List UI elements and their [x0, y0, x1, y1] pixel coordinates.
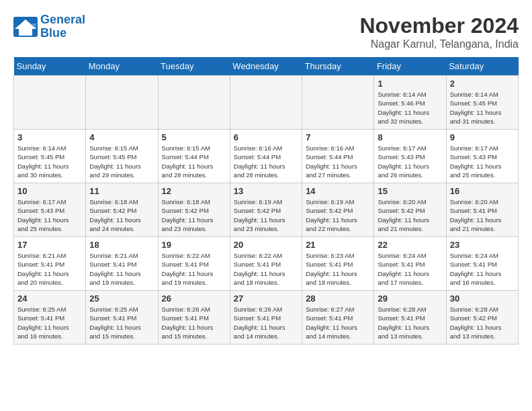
day-info: Sunrise: 6:18 AMSunset: 5:42 PMDaylight:… [89, 197, 154, 233]
day-number: 25 [89, 293, 154, 304]
day-cell [86, 76, 158, 130]
day-info: Sunrise: 6:17 AMSunset: 5:43 PMDaylight:… [378, 144, 442, 179]
logo-text: General Blue [40, 13, 85, 40]
day-number: 21 [306, 240, 370, 250]
title-block: November 2024 Nagar Karnul, Telangana, I… [359, 13, 519, 50]
day-cell: 23Sunrise: 6:24 AMSunset: 5:41 PMDayligh… [446, 237, 518, 291]
day-number: 9 [450, 132, 515, 142]
day-number: 15 [378, 186, 442, 196]
day-info: Sunrise: 6:17 AMSunset: 5:43 PMDaylight:… [450, 144, 515, 179]
weekday-header-wednesday: Wednesday [230, 57, 302, 76]
day-cell: 28Sunrise: 6:27 AMSunset: 5:41 PMDayligh… [302, 291, 374, 345]
logo-line1: General [40, 13, 85, 26]
day-info: Sunrise: 6:16 AMSunset: 5:44 PMDaylight:… [234, 144, 298, 179]
day-number: 14 [306, 186, 370, 196]
day-cell: 14Sunrise: 6:19 AMSunset: 5:42 PMDayligh… [302, 183, 374, 237]
week-row-2: 3Sunrise: 6:14 AMSunset: 5:45 PMDaylight… [14, 130, 519, 183]
day-cell: 5Sunrise: 6:15 AMSunset: 5:44 PMDaylight… [158, 130, 230, 183]
day-number: 6 [234, 132, 298, 142]
day-cell: 15Sunrise: 6:20 AMSunset: 5:42 PMDayligh… [374, 183, 446, 237]
day-number: 13 [234, 186, 298, 196]
day-info: Sunrise: 6:17 AMSunset: 5:43 PMDaylight:… [17, 197, 82, 233]
weekday-header-saturday: Saturday [446, 57, 518, 76]
day-cell: 8Sunrise: 6:17 AMSunset: 5:43 PMDaylight… [374, 130, 446, 183]
weekday-header-sunday: Sunday [14, 57, 86, 76]
day-cell: 9Sunrise: 6:17 AMSunset: 5:43 PMDaylight… [446, 130, 518, 183]
day-cell [14, 76, 86, 130]
weekday-header-tuesday: Tuesday [158, 57, 230, 76]
day-info: Sunrise: 6:19 AMSunset: 5:42 PMDaylight:… [306, 197, 370, 233]
week-row-3: 10Sunrise: 6:17 AMSunset: 5:43 PMDayligh… [14, 183, 519, 237]
day-info: Sunrise: 6:27 AMSunset: 5:41 PMDaylight:… [306, 305, 370, 340]
day-cell: 1Sunrise: 6:14 AMSunset: 5:46 PMDaylight… [374, 76, 446, 130]
day-number: 5 [162, 132, 226, 142]
day-cell: 16Sunrise: 6:20 AMSunset: 5:41 PMDayligh… [446, 183, 518, 237]
day-number: 2 [450, 79, 515, 89]
location-title: Nagar Karnul, Telangana, India [359, 38, 519, 50]
day-number: 3 [17, 132, 82, 142]
day-number: 20 [234, 240, 298, 250]
day-cell [158, 76, 230, 130]
day-number: 4 [89, 132, 154, 142]
day-info: Sunrise: 6:22 AMSunset: 5:41 PMDaylight:… [234, 251, 298, 287]
logo: General Blue [13, 13, 85, 40]
day-info: Sunrise: 6:24 AMSunset: 5:41 PMDaylight:… [450, 251, 515, 287]
day-cell [230, 76, 302, 130]
day-cell: 6Sunrise: 6:16 AMSunset: 5:44 PMDaylight… [230, 130, 302, 183]
day-cell: 19Sunrise: 6:22 AMSunset: 5:41 PMDayligh… [158, 237, 230, 291]
day-info: Sunrise: 6:28 AMSunset: 5:41 PMDaylight:… [378, 305, 442, 340]
day-number: 30 [450, 293, 515, 304]
day-info: Sunrise: 6:25 AMSunset: 5:41 PMDaylight:… [17, 305, 82, 340]
day-cell: 27Sunrise: 6:26 AMSunset: 5:41 PMDayligh… [230, 291, 302, 345]
day-number: 7 [306, 132, 370, 142]
day-info: Sunrise: 6:18 AMSunset: 5:42 PMDaylight:… [162, 197, 226, 233]
day-number: 12 [162, 186, 226, 196]
day-info: Sunrise: 6:23 AMSunset: 5:41 PMDaylight:… [306, 251, 370, 287]
day-cell: 29Sunrise: 6:28 AMSunset: 5:41 PMDayligh… [374, 291, 446, 345]
day-cell: 25Sunrise: 6:25 AMSunset: 5:41 PMDayligh… [86, 291, 158, 345]
day-cell: 2Sunrise: 6:14 AMSunset: 5:45 PMDaylight… [446, 76, 518, 130]
day-cell: 10Sunrise: 6:17 AMSunset: 5:43 PMDayligh… [14, 183, 86, 237]
day-info: Sunrise: 6:16 AMSunset: 5:44 PMDaylight:… [306, 144, 370, 179]
day-info: Sunrise: 6:22 AMSunset: 5:41 PMDaylight:… [162, 251, 226, 287]
weekday-header-thursday: Thursday [302, 57, 374, 76]
day-number: 29 [378, 293, 442, 304]
day-number: 27 [234, 293, 298, 304]
week-row-5: 24Sunrise: 6:25 AMSunset: 5:41 PMDayligh… [14, 291, 519, 345]
day-cell: 22Sunrise: 6:24 AMSunset: 5:41 PMDayligh… [374, 237, 446, 291]
day-cell: 12Sunrise: 6:18 AMSunset: 5:42 PMDayligh… [158, 183, 230, 237]
day-cell: 3Sunrise: 6:14 AMSunset: 5:45 PMDaylight… [14, 130, 86, 183]
day-number: 16 [450, 186, 515, 196]
day-cell: 13Sunrise: 6:19 AMSunset: 5:42 PMDayligh… [230, 183, 302, 237]
day-info: Sunrise: 6:25 AMSunset: 5:41 PMDaylight:… [89, 305, 154, 340]
day-info: Sunrise: 6:19 AMSunset: 5:42 PMDaylight:… [234, 197, 298, 233]
weekday-header-monday: Monday [86, 57, 158, 76]
day-info: Sunrise: 6:14 AMSunset: 5:45 PMDaylight:… [17, 144, 82, 179]
day-number: 23 [450, 240, 515, 250]
day-info: Sunrise: 6:20 AMSunset: 5:42 PMDaylight:… [378, 197, 442, 233]
day-number: 8 [378, 132, 442, 142]
day-info: Sunrise: 6:14 AMSunset: 5:46 PMDaylight:… [378, 90, 442, 126]
day-info: Sunrise: 6:20 AMSunset: 5:41 PMDaylight:… [450, 197, 515, 233]
day-info: Sunrise: 6:26 AMSunset: 5:41 PMDaylight:… [162, 305, 226, 340]
logo-line2: Blue [40, 26, 66, 40]
day-cell: 7Sunrise: 6:16 AMSunset: 5:44 PMDaylight… [302, 130, 374, 183]
day-number: 28 [306, 293, 370, 304]
month-title: November 2024 [359, 13, 519, 38]
day-number: 22 [378, 240, 442, 250]
day-info: Sunrise: 6:26 AMSunset: 5:41 PMDaylight:… [234, 305, 298, 340]
day-number: 18 [89, 240, 154, 250]
day-cell [302, 76, 374, 130]
day-cell: 17Sunrise: 6:21 AMSunset: 5:41 PMDayligh… [14, 237, 86, 291]
weekday-header-friday: Friday [374, 57, 446, 76]
page-header: General Blue November 2024 Nagar Karnul,… [13, 13, 519, 50]
day-info: Sunrise: 6:15 AMSunset: 5:45 PMDaylight:… [89, 144, 154, 179]
day-info: Sunrise: 6:24 AMSunset: 5:41 PMDaylight:… [378, 251, 442, 287]
day-info: Sunrise: 6:21 AMSunset: 5:41 PMDaylight:… [89, 251, 154, 287]
week-row-4: 17Sunrise: 6:21 AMSunset: 5:41 PMDayligh… [14, 237, 519, 291]
day-number: 10 [17, 186, 82, 196]
day-number: 24 [17, 293, 82, 304]
day-number: 26 [162, 293, 226, 304]
day-number: 17 [17, 240, 82, 250]
day-number: 11 [89, 186, 154, 196]
